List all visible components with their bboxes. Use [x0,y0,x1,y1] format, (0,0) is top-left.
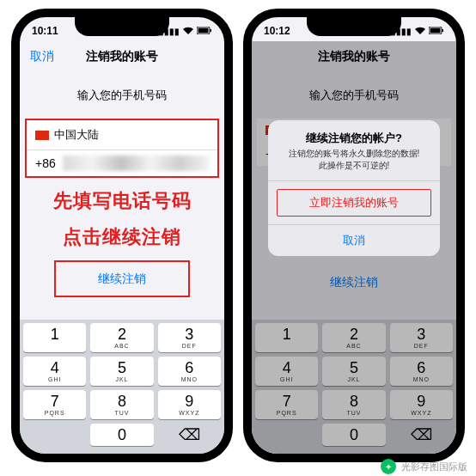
key-8[interactable]: 8TUV [90,390,153,419]
country-label: 中国大陆 [54,127,99,143]
key-6[interactable]: 6MNO [158,357,221,386]
key-7[interactable]: 7PQRS [23,390,86,419]
annotation-2: 点击继续注销 [20,224,224,250]
phone-right: 10:12 ▮▮▮▮ 注销我的账号 输入您的手机号码 +86 继续注销 继续注销… [243,9,465,462]
key-9[interactable]: 9WXYZ [158,390,221,419]
phone-input-row[interactable]: +86 [27,150,217,176]
key-0[interactable]: 0 [90,424,153,446]
wechat-icon: ✦ [381,459,396,474]
svg-rect-1 [198,27,209,33]
key-empty [23,424,86,446]
dial-code: +86 [35,156,56,170]
key-4[interactable]: 4GHI [23,357,86,386]
svg-rect-2 [211,29,212,32]
key-delete[interactable]: ⌫ [158,424,221,446]
key-5[interactable]: 5JKL [90,357,153,386]
page-title: 注销我的账号 [86,49,158,64]
alert-title: 继续注销您的帐户? [268,120,440,148]
svg-rect-4 [430,27,441,33]
flag-icon [35,131,49,140]
svg-rect-5 [442,29,444,32]
notch [307,17,401,36]
battery-icon [197,27,212,36]
nav-bar: 取消 注销我的账号 [20,41,224,72]
subtitle: 输入您的手机号码 [20,88,224,103]
alert-cancel-button[interactable]: 取消 [268,224,440,256]
key-1[interactable]: 1 [23,323,86,352]
wifi-icon [415,27,425,36]
time: 10:11 [32,25,58,37]
wifi-icon [183,27,193,36]
key-2[interactable]: 2ABC [90,323,153,352]
notch [75,17,169,36]
screenshot-pair: 10:11 ▮▮▮▮ 取消 注销我的账号 输入您的手机号码 中国大陆 [0,0,476,471]
delete-icon: ⌫ [179,425,200,444]
alert-confirm-wrap: 立即注销我的账号 [268,180,440,224]
time: 10:12 [264,25,290,37]
key-3[interactable]: 3DEF [158,323,221,352]
numeric-keypad: 1 2ABC 3DEF 4GHI 5JKL 6MNO 7PQRS 8TUV 9W… [20,320,224,454]
continue-highlight-box: 继续注销 [54,260,190,297]
cancel-button[interactable]: 取消 [30,49,54,64]
phone-left: 10:11 ▮▮▮▮ 取消 注销我的账号 输入您的手机号码 中国大陆 [11,9,233,462]
watermark-text: 光影存图国际版 [401,461,467,473]
country-selector[interactable]: 中国大陆 [27,120,217,150]
battery-icon [429,27,444,36]
content: 输入您的手机号码 中国大陆 +86 先填写电话号码 点击继续注销 继续注销 [20,72,224,308]
continue-button[interactable]: 继续注销 [98,272,146,285]
watermark: ✦ 光影存图国际版 [381,459,467,474]
confirm-alert: 继续注销您的帐户? 注销您的账号将永久删除您的数据!此操作是不可逆的! 立即注销… [268,120,440,256]
alert-message: 注销您的账号将永久删除您的数据!此操作是不可逆的! [268,148,440,180]
annotation-1: 先填写电话号码 [20,188,224,214]
alert-confirm-button[interactable]: 立即注销我的账号 [277,189,431,217]
input-highlight-box: 中国大陆 +86 [25,119,219,178]
phone-number-blurred [63,156,209,171]
